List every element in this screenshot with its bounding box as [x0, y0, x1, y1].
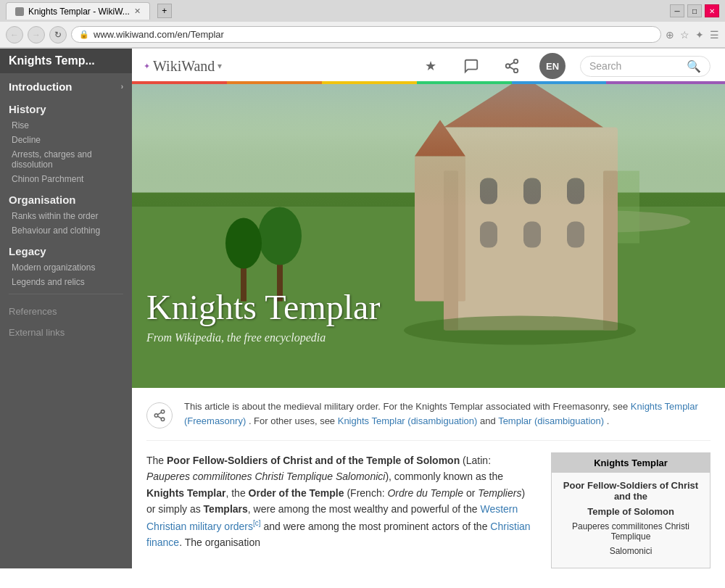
infobox-line3: Pauperes commilitones Christi Templique — [559, 521, 703, 542]
refresh-btn[interactable]: ↻ — [49, 26, 67, 44]
svg-point-29 — [154, 414, 158, 418]
tab-title: Knights Templar - WikiW... — [28, 7, 130, 17]
wikiwand-logo[interactable]: ✦ WikiWand ▾ — [132, 49, 233, 84]
sidebar-history-label: History — [9, 103, 46, 115]
maximize-btn[interactable]: □ — [687, 4, 702, 17]
sidebar-subitem-behaviour[interactable]: Behaviour and clothing — [0, 223, 132, 238]
sidebar-subitem-rise[interactable]: Rise — [0, 118, 132, 133]
search-box[interactable]: Search 🔍 — [580, 56, 710, 77]
new-tab-btn[interactable]: + — [157, 4, 172, 18]
svg-point-24 — [258, 207, 302, 265]
lock-icon: 🔒 — [79, 30, 89, 39]
svg-rect-27 — [132, 84, 725, 207]
header-icons: ★ EN Search 🔍 — [403, 49, 725, 84]
sidebar-intro-label: Introduction — [9, 80, 72, 93]
svg-point-1 — [506, 65, 510, 69]
svg-point-30 — [161, 418, 165, 421]
intro-arrow-icon: › — [121, 83, 123, 91]
sidebar-item-references[interactable]: References — [0, 299, 132, 320]
sidebar-item-external-links[interactable]: External links — [0, 320, 132, 341]
bold-4: Templars — [204, 503, 248, 515]
disambiguation-box: This article is about the medieval milit… — [146, 388, 710, 441]
disambig-text-1: This article is about the medieval milit… — [184, 401, 631, 412]
sup-1: [c] — [253, 519, 261, 527]
url-bar[interactable]: 🔒 www.wikiwand.com/en/Templar — [71, 26, 661, 43]
bold-2: Knights Templar — [146, 487, 225, 499]
disambig-link-3[interactable]: Templar (disambiguation) — [498, 415, 604, 426]
sidebar-item-introduction[interactable]: Introduction › — [0, 73, 132, 96]
infobox-line1: Poor Fellow-Soldiers of Christ and the — [559, 480, 703, 502]
disambiguation-text: This article is about the medieval milit… — [184, 399, 710, 428]
app-container: Knights Temp... Introduction › History R… — [0, 49, 725, 568]
search-icon[interactable]: 🔍 — [687, 59, 701, 73]
sidebar-subitem-chinon[interactable]: Chinon Parchment — [0, 172, 132, 186]
svg-rect-19 — [567, 221, 584, 247]
infobox: Knights Templar Poor Fellow-Soldiers of … — [551, 452, 710, 568]
svg-rect-18 — [523, 221, 541, 247]
bold-1: Poor Fellow-Soldiers of Christ and of th… — [167, 455, 460, 466]
sidebar-title: Knights Temp... — [0, 49, 132, 73]
italic-1: Pauperes commilitones Christi Templique … — [146, 471, 385, 482]
svg-line-32 — [157, 413, 161, 415]
sidebar-subitem-arrests[interactable]: Arrests, charges and dissolution — [0, 147, 132, 172]
bookmark-icon[interactable]: ☆ — [680, 29, 689, 41]
tab-favicon — [15, 7, 24, 16]
sidebar-item-organisation[interactable]: Organisation — [0, 186, 132, 209]
disambig-text-3: and — [480, 415, 498, 426]
back-btn[interactable]: ← — [6, 26, 23, 44]
hero-subtitle: From Wikipedia, the free encyclopedia — [146, 331, 380, 344]
menu-icon[interactable]: ☰ — [710, 29, 719, 41]
article-body: The Poor Fellow-Soldiers of Christ and o… — [146, 452, 710, 568]
search-placeholder: Search — [589, 60, 681, 72]
language-btn[interactable]: EN — [539, 53, 566, 79]
disambig-link-2[interactable]: Knights Templar (disambiguation) — [338, 415, 478, 426]
minimize-btn[interactable]: ─ — [670, 4, 684, 17]
comments-icon[interactable] — [458, 53, 484, 79]
sidebar-legacy-label: Legacy — [9, 245, 46, 257]
sidebar-subitem-decline[interactable]: Decline — [0, 133, 132, 147]
sidebar-subitem-ranks[interactable]: Ranks within the order — [0, 209, 132, 223]
main-content: ✦ WikiWand ▾ ★ EN — [132, 49, 725, 568]
disambig-icon — [146, 402, 173, 428]
svg-rect-17 — [480, 221, 497, 247]
sidebar-ref-label: References — [9, 306, 57, 317]
browser-tab[interactable]: Knights Templar - WikiW... ✕ — [6, 2, 150, 20]
nav-divider-1 — [9, 294, 123, 294]
forward-btn[interactable]: → — [28, 26, 45, 44]
hero-title: Knights Templar — [146, 287, 380, 327]
browser-extra-icons: ⊕ ☆ ✦ ☰ — [666, 29, 719, 41]
svg-line-31 — [157, 416, 161, 418]
svg-line-3 — [510, 67, 514, 70]
hero-text: Knights Templar From Wikipedia, the free… — [146, 287, 380, 344]
favorites-icon[interactable]: ★ — [418, 53, 444, 79]
infobox-line2: Temple of Solomon — [559, 506, 703, 517]
title-bar: Knights Templar - WikiW... ✕ + ─ □ ✕ — [0, 0, 725, 22]
browser-chrome: Knights Templar - WikiW... ✕ + ─ □ ✕ ← →… — [0, 0, 725, 49]
wikiwand-header: ✦ WikiWand ▾ ★ EN — [132, 49, 725, 84]
share-icon[interactable] — [499, 53, 525, 79]
sidebar-item-legacy[interactable]: Legacy — [0, 238, 132, 260]
close-btn[interactable]: ✕ — [705, 4, 719, 17]
article-paragraph-1: The Poor Fellow-Soldiers of Christ and o… — [146, 452, 536, 550]
sidebar: Knights Temp... Introduction › History R… — [0, 49, 132, 568]
infobox-title: Knights Templar — [552, 453, 710, 473]
infobox-content: Poor Fellow-Soldiers of Christ and the T… — [552, 473, 710, 568]
infobox-line4: Salomonici — [559, 546, 703, 556]
disambig-text-2: . For other uses, see — [249, 415, 338, 426]
bold-3: Order of the Temple — [249, 487, 344, 499]
italic-2: Ordre du Temple — [387, 487, 463, 499]
sidebar-item-history[interactable]: History — [0, 96, 132, 118]
plugin-icon[interactable]: ✦ — [695, 29, 704, 41]
sidebar-ext-label: External links — [9, 327, 65, 338]
sidebar-org-label: Organisation — [9, 194, 76, 206]
italic-3: Templiers — [478, 487, 521, 499]
content-area: This article is about the medieval milit… — [132, 388, 725, 568]
svg-point-2 — [514, 69, 518, 73]
article-link-1[interactable]: Western Christian military orders — [146, 503, 518, 531]
article-main-text: The Poor Fellow-Soldiers of Christ and o… — [146, 452, 536, 568]
sidebar-subitem-legends[interactable]: Legends and relics — [0, 275, 132, 289]
svg-point-22 — [404, 315, 636, 344]
tab-close-btn[interactable]: ✕ — [134, 7, 141, 16]
extensions-icon[interactable]: ⊕ — [666, 29, 674, 41]
sidebar-subitem-modern[interactable]: Modern organizations — [0, 260, 132, 275]
